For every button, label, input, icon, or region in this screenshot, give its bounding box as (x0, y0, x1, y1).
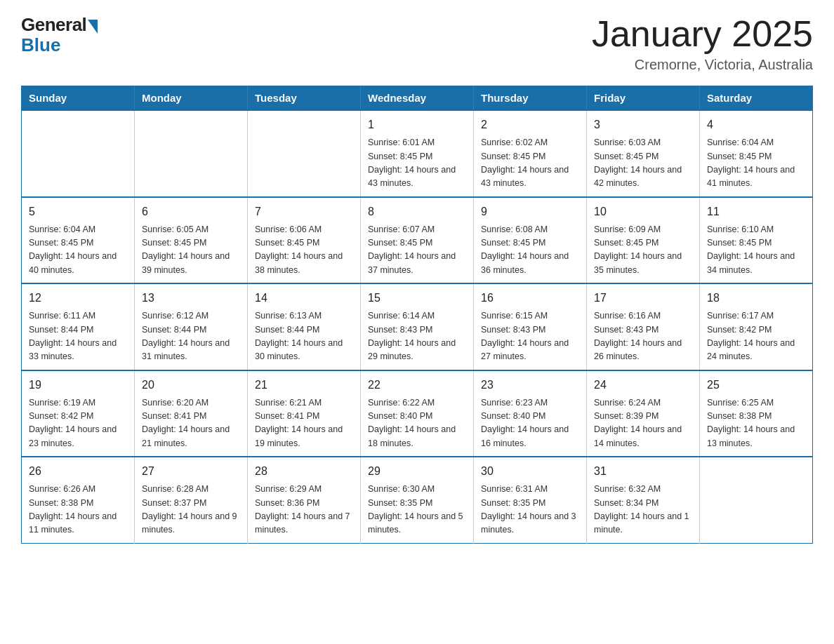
day-info: Sunrise: 6:09 AMSunset: 8:45 PMDaylight:… (594, 223, 692, 278)
calendar-day-3: 3Sunrise: 6:03 AMSunset: 8:45 PMDaylight… (587, 110, 700, 197)
day-number: 5 (29, 203, 127, 220)
day-number: 29 (368, 463, 466, 480)
day-info: Sunrise: 6:11 AMSunset: 8:44 PMDaylight:… (29, 309, 127, 364)
calendar-day-9: 9Sunrise: 6:08 AMSunset: 8:45 PMDaylight… (474, 197, 587, 284)
calendar-day-15: 15Sunrise: 6:14 AMSunset: 8:43 PMDayligh… (361, 283, 474, 370)
calendar-empty-cell (135, 110, 248, 197)
day-number: 22 (368, 377, 466, 394)
calendar-day-13: 13Sunrise: 6:12 AMSunset: 8:44 PMDayligh… (135, 283, 248, 370)
calendar-day-29: 29Sunrise: 6:30 AMSunset: 8:35 PMDayligh… (361, 457, 474, 543)
day-info: Sunrise: 6:24 AMSunset: 8:39 PMDaylight:… (594, 396, 692, 451)
day-number: 12 (29, 290, 127, 307)
day-number: 21 (255, 377, 353, 394)
day-number: 2 (481, 116, 579, 133)
calendar-day-28: 28Sunrise: 6:29 AMSunset: 8:36 PMDayligh… (248, 457, 361, 543)
day-number: 7 (255, 203, 353, 220)
day-info: Sunrise: 6:06 AMSunset: 8:45 PMDaylight:… (255, 223, 353, 278)
day-number: 30 (481, 463, 579, 480)
day-number: 23 (481, 377, 579, 394)
day-number: 25 (707, 377, 805, 394)
calendar-day-30: 30Sunrise: 6:31 AMSunset: 8:35 PMDayligh… (474, 457, 587, 543)
day-number: 16 (481, 290, 579, 307)
day-number: 11 (707, 203, 805, 220)
calendar-header-cell-friday: Friday (587, 86, 700, 111)
calendar-day-8: 8Sunrise: 6:07 AMSunset: 8:45 PMDaylight… (361, 197, 474, 284)
day-info: Sunrise: 6:31 AMSunset: 8:35 PMDaylight:… (481, 483, 579, 537)
logo: General Blue (21, 14, 98, 56)
day-info: Sunrise: 6:04 AMSunset: 8:45 PMDaylight:… (707, 136, 805, 191)
day-info: Sunrise: 6:15 AMSunset: 8:43 PMDaylight:… (481, 309, 579, 364)
day-info: Sunrise: 6:04 AMSunset: 8:45 PMDaylight:… (29, 223, 127, 278)
day-number: 27 (142, 463, 240, 480)
calendar-header-cell-tuesday: Tuesday (248, 86, 361, 111)
calendar-day-2: 2Sunrise: 6:02 AMSunset: 8:45 PMDaylight… (474, 110, 587, 197)
calendar-day-12: 12Sunrise: 6:11 AMSunset: 8:44 PMDayligh… (22, 283, 135, 370)
calendar-empty-cell (700, 457, 813, 543)
calendar-day-25: 25Sunrise: 6:25 AMSunset: 8:38 PMDayligh… (700, 370, 813, 457)
calendar-day-10: 10Sunrise: 6:09 AMSunset: 8:45 PMDayligh… (587, 197, 700, 284)
day-number: 24 (594, 377, 692, 394)
day-info: Sunrise: 6:12 AMSunset: 8:44 PMDaylight:… (142, 309, 240, 364)
calendar-header-cell-thursday: Thursday (474, 86, 587, 111)
calendar-day-5: 5Sunrise: 6:04 AMSunset: 8:45 PMDaylight… (22, 197, 135, 284)
day-number: 20 (142, 377, 240, 394)
title-block: January 2025 Cremorne, Victoria, Austral… (592, 14, 813, 73)
day-number: 6 (142, 203, 240, 220)
calendar-day-23: 23Sunrise: 6:23 AMSunset: 8:40 PMDayligh… (474, 370, 587, 457)
calendar-week-row-2: 5Sunrise: 6:04 AMSunset: 8:45 PMDaylight… (22, 197, 813, 284)
calendar-day-17: 17Sunrise: 6:16 AMSunset: 8:43 PMDayligh… (587, 283, 700, 370)
calendar-day-20: 20Sunrise: 6:20 AMSunset: 8:41 PMDayligh… (135, 370, 248, 457)
calendar-day-7: 7Sunrise: 6:06 AMSunset: 8:45 PMDaylight… (248, 197, 361, 284)
calendar-header-cell-sunday: Sunday (22, 86, 135, 111)
logo-general-text: General (21, 14, 86, 36)
calendar-day-4: 4Sunrise: 6:04 AMSunset: 8:45 PMDaylight… (700, 110, 813, 197)
day-number: 15 (368, 290, 466, 307)
calendar-day-6: 6Sunrise: 6:05 AMSunset: 8:45 PMDaylight… (135, 197, 248, 284)
calendar-day-18: 18Sunrise: 6:17 AMSunset: 8:42 PMDayligh… (700, 283, 813, 370)
calendar-day-16: 16Sunrise: 6:15 AMSunset: 8:43 PMDayligh… (474, 283, 587, 370)
day-number: 9 (481, 203, 579, 220)
day-info: Sunrise: 6:20 AMSunset: 8:41 PMDaylight:… (142, 396, 240, 451)
location-text: Cremorne, Victoria, Australia (592, 57, 813, 73)
calendar-week-row-4: 19Sunrise: 6:19 AMSunset: 8:42 PMDayligh… (22, 370, 813, 457)
day-number: 3 (594, 116, 692, 133)
calendar-day-27: 27Sunrise: 6:28 AMSunset: 8:37 PMDayligh… (135, 457, 248, 543)
logo-blue-text: Blue (21, 34, 60, 56)
day-info: Sunrise: 6:23 AMSunset: 8:40 PMDaylight:… (481, 396, 579, 451)
calendar-day-31: 31Sunrise: 6:32 AMSunset: 8:34 PMDayligh… (587, 457, 700, 543)
day-info: Sunrise: 6:16 AMSunset: 8:43 PMDaylight:… (594, 309, 692, 364)
logo-arrow-icon (88, 20, 98, 34)
day-number: 10 (594, 203, 692, 220)
day-info: Sunrise: 6:30 AMSunset: 8:35 PMDaylight:… (368, 483, 466, 537)
day-number: 8 (368, 203, 466, 220)
calendar-day-26: 26Sunrise: 6:26 AMSunset: 8:38 PMDayligh… (22, 457, 135, 543)
day-number: 19 (29, 377, 127, 394)
calendar-header-cell-wednesday: Wednesday (361, 86, 474, 111)
calendar-week-row-5: 26Sunrise: 6:26 AMSunset: 8:38 PMDayligh… (22, 457, 813, 543)
calendar-header: SundayMondayTuesdayWednesdayThursdayFrid… (22, 86, 813, 111)
calendar-week-row-3: 12Sunrise: 6:11 AMSunset: 8:44 PMDayligh… (22, 283, 813, 370)
calendar-day-11: 11Sunrise: 6:10 AMSunset: 8:45 PMDayligh… (700, 197, 813, 284)
day-number: 31 (594, 463, 692, 480)
day-number: 13 (142, 290, 240, 307)
day-info: Sunrise: 6:32 AMSunset: 8:34 PMDaylight:… (594, 483, 692, 537)
day-info: Sunrise: 6:14 AMSunset: 8:43 PMDaylight:… (368, 309, 466, 364)
calendar-table: SundayMondayTuesdayWednesdayThursdayFrid… (21, 86, 813, 544)
page-header: General Blue January 2025 Cremorne, Vict… (21, 14, 813, 73)
calendar-day-14: 14Sunrise: 6:13 AMSunset: 8:44 PMDayligh… (248, 283, 361, 370)
calendar-header-row: SundayMondayTuesdayWednesdayThursdayFrid… (22, 86, 813, 111)
calendar-day-19: 19Sunrise: 6:19 AMSunset: 8:42 PMDayligh… (22, 370, 135, 457)
day-info: Sunrise: 6:25 AMSunset: 8:38 PMDaylight:… (707, 396, 805, 451)
calendar-empty-cell (248, 110, 361, 197)
day-info: Sunrise: 6:01 AMSunset: 8:45 PMDaylight:… (368, 136, 466, 191)
day-info: Sunrise: 6:21 AMSunset: 8:41 PMDaylight:… (255, 396, 353, 451)
day-info: Sunrise: 6:26 AMSunset: 8:38 PMDaylight:… (29, 483, 127, 537)
day-info: Sunrise: 6:28 AMSunset: 8:37 PMDaylight:… (142, 483, 240, 537)
day-info: Sunrise: 6:05 AMSunset: 8:45 PMDaylight:… (142, 223, 240, 278)
calendar-day-1: 1Sunrise: 6:01 AMSunset: 8:45 PMDaylight… (361, 110, 474, 197)
day-number: 28 (255, 463, 353, 480)
day-info: Sunrise: 6:22 AMSunset: 8:40 PMDaylight:… (368, 396, 466, 451)
day-info: Sunrise: 6:29 AMSunset: 8:36 PMDaylight:… (255, 483, 353, 537)
day-info: Sunrise: 6:10 AMSunset: 8:45 PMDaylight:… (707, 223, 805, 278)
day-info: Sunrise: 6:03 AMSunset: 8:45 PMDaylight:… (594, 136, 692, 191)
